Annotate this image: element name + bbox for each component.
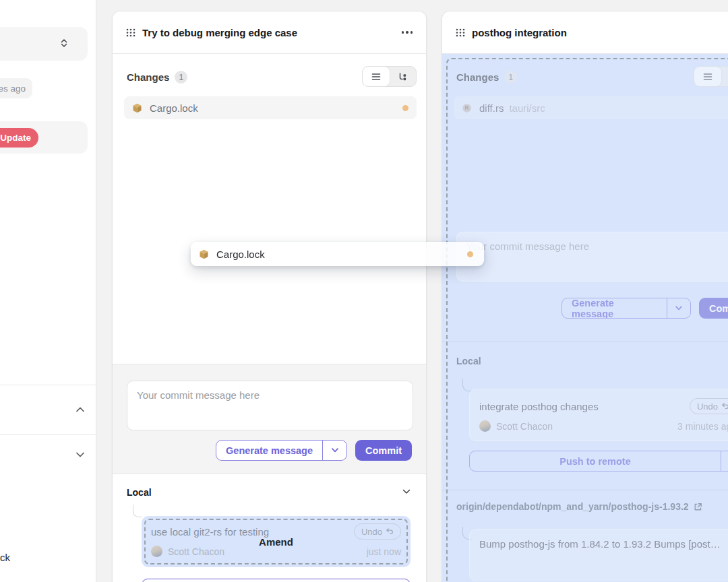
commit-time: just now [367,546,401,557]
local-collapse-icon[interactable] [402,488,411,495]
collapse-down-icon[interactable] [75,450,86,459]
modified-dot [402,105,408,111]
branch-lane-posthog-integration: posthog integration Changes 1 [442,11,728,582]
drag-handle-icon[interactable] [126,28,135,37]
commit-button[interactable]: Commit [355,440,412,461]
divider [0,434,96,435]
avatar [151,546,162,557]
local-section-label: Local [127,487,152,498]
list-view-button[interactable] [363,67,390,86]
push-button-clipped[interactable] [142,579,411,582]
view-toggle [362,66,417,87]
modified-dot [467,251,473,257]
chevron-up-down-icon [59,38,69,48]
tree-view-button[interactable] [390,67,417,86]
changes-label: Changes [127,71,169,83]
lane-title: Try to debug merging edge case [142,27,297,38]
lane-header[interactable]: posthog integration [442,11,728,54]
branch-lane-debug-merging: Try to debug merging edge case Changes 1… [112,11,427,582]
branch-selector[interactable] [0,27,88,61]
sidebar: es ago Update ck [0,0,96,582]
drag-handle-icon[interactable] [456,28,465,37]
undo-icon [386,528,394,535]
lane-title: posthog integration [472,27,567,38]
commit-graph-line [133,505,142,517]
collapse-up-icon[interactable] [75,405,86,414]
file-name: Cargo.lock [216,249,265,260]
undo-label: Undo [361,527,382,537]
generate-message-button[interactable]: Generate message [216,441,322,460]
file-name: Cargo.lock [150,102,198,114]
cargo-package-icon [132,103,142,113]
file-row-cargo-lock[interactable]: Cargo.lock [124,96,417,119]
lane-menu-icon[interactable] [402,31,413,34]
changes-header: Changes 1 [127,71,187,84]
clipped-file-label: ck [0,552,10,563]
commit-card-amend-target[interactable]: use local git2-rs for testing Undo Scott… [142,516,411,567]
undo-button[interactable]: Undo [354,523,401,540]
commit-author: Scott Chacon [168,546,224,557]
generate-message-split-button: Generate message [216,440,347,461]
lane-header[interactable]: Try to debug merging edge case [113,11,426,54]
commit-message-input[interactable] [127,381,413,430]
changes-count-badge: 1 [175,71,187,84]
cargo-package-icon [199,249,209,259]
commit-panel: Generate message Commit [113,364,426,474]
amend-drop-label: Amend [259,536,293,548]
update-label: Update [0,133,31,143]
drag-ghost-cargo-lock[interactable]: Cargo.lock [191,242,484,266]
time-ago-badge: es ago [0,78,32,98]
divider [0,385,96,385]
update-button[interactable]: Update [0,128,38,148]
commit-message: use local git2-rs for testing [151,526,269,538]
generate-options-button[interactable] [322,441,346,460]
drop-target-outline [446,58,728,582]
time-ago-label: es ago [0,84,26,94]
drag-drop-zone[interactable]: Changes 1 [442,54,728,582]
